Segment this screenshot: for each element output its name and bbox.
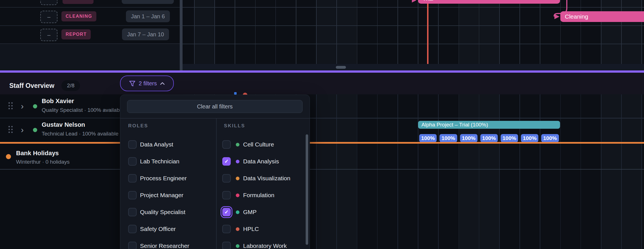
- grid-line: [397, 0, 398, 64]
- row-divider: [183, 7, 644, 8]
- skill-filter-cell-culture[interactable]: Cell Culture: [222, 136, 304, 153]
- skill-filter-gmp[interactable]: ✓GMP: [222, 204, 304, 221]
- drag-handle-icon[interactable]: [8, 126, 13, 134]
- checkbox[interactable]: [128, 140, 137, 149]
- staff-name: Bob Xavier: [42, 97, 74, 105]
- staff-name: Gustav Nelson: [42, 121, 85, 128]
- skill-color-dot: [236, 143, 239, 146]
- checkbox[interactable]: [222, 191, 231, 199]
- weekend-shade: [601, 0, 621, 64]
- filter-item-label: Cell Culture: [243, 141, 274, 148]
- grid-line: [601, 0, 601, 64]
- role-filter-lab-technician[interactable]: Lab Technician: [128, 153, 213, 170]
- gantt-timeline-grid: Trial Cleaning: [183, 0, 644, 64]
- grid-line: [641, 0, 642, 64]
- checkbox[interactable]: ✓: [222, 157, 231, 166]
- gantt-bar-trial[interactable]: Trial: [418, 0, 560, 4]
- task-row-partial[interactable]: – Dec 26 – Dec 31: [0, 0, 180, 7]
- skill-filter-data-visualization[interactable]: Data Visualization: [222, 170, 304, 187]
- skill-color-dot: [236, 244, 239, 248]
- filter-item-label: HPLC: [243, 226, 259, 232]
- skill-filter-formulation[interactable]: Formulation: [222, 187, 304, 204]
- vertical-scrollbar-thumb[interactable]: [306, 134, 308, 245]
- filter-item-label: Data Analyst: [140, 141, 173, 148]
- skill-color-dot: [236, 160, 239, 163]
- allocation-chip[interactable]: 100%: [439, 134, 457, 142]
- holiday-row-name: Bank Holidays: [16, 150, 59, 157]
- task-dates-chip[interactable]: Jan 1 – Jan 6: [126, 10, 170, 22]
- gantt-bar-cleaning[interactable]: Cleaning: [560, 11, 644, 22]
- checkbox[interactable]: ✓: [222, 208, 231, 216]
- roles-column-header: ROLES: [128, 123, 148, 129]
- row-divider: [183, 25, 644, 26]
- timeline-marker-blue: [234, 92, 237, 95]
- task-tag: REPORT: [61, 29, 91, 39]
- filters-button-label: 2 filters: [139, 80, 157, 87]
- checkbox[interactable]: [128, 242, 137, 249]
- role-filter-safety-officer[interactable]: Safety Officer: [128, 221, 213, 237]
- gantt-bar-trial-label: Trial: [423, 0, 433, 2]
- staff-subtitle: Quality Specialist · 100% available: [42, 107, 124, 113]
- filters-button[interactable]: 2 filters: [120, 75, 174, 91]
- allocation-chip[interactable]: 100%: [460, 134, 478, 142]
- drag-handle-icon[interactable]: [8, 102, 13, 110]
- weekend-shade: [479, 0, 499, 64]
- task-checkbox[interactable]: –: [40, 0, 57, 5]
- role-filter-process-engineer[interactable]: Process Engineer: [128, 170, 213, 187]
- assignment-bar-alpha-trial[interactable]: Alpha Project – Trial (100%): [418, 121, 560, 129]
- filter-item-label: Safety Officer: [140, 226, 176, 232]
- grid-line: [459, 0, 459, 64]
- grid-line: [377, 0, 378, 64]
- skill-color-dot: [236, 227, 239, 231]
- skill-filter-laboratory-work[interactable]: Laboratory Work: [222, 237, 304, 249]
- task-panel-footer: [0, 44, 180, 70]
- role-filter-senior-researcher[interactable]: Senior Researcher: [128, 237, 213, 249]
- checkbox[interactable]: [222, 242, 231, 249]
- checkbox[interactable]: [128, 191, 137, 199]
- checkbox[interactable]: [222, 174, 231, 183]
- filter-item-label: Laboratory Work: [243, 243, 287, 249]
- section-divider-bar[interactable]: [0, 70, 644, 73]
- role-filter-quality-specialist[interactable]: Quality Specialist: [128, 204, 213, 221]
- filter-item-label: Data Analysis: [243, 158, 279, 165]
- skill-filter-data-analysis[interactable]: ✓Data Analysis: [222, 153, 304, 170]
- role-filter-data-analyst[interactable]: Data Analyst: [128, 136, 213, 153]
- skill-filter-hplc[interactable]: HPLC: [222, 221, 304, 237]
- task-dates-chip[interactable]: Dec 26 – Dec 31: [122, 0, 174, 4]
- allocation-chip[interactable]: 100%: [501, 134, 518, 142]
- skill-color-dot: [236, 194, 239, 197]
- allocation-chip[interactable]: 100%: [419, 134, 437, 142]
- assignment-bar-label: Alpha Project – Trial (100%): [421, 122, 488, 128]
- skills-list: Cell Culture✓Data AnalysisData Visualiza…: [222, 136, 304, 249]
- grid-line: [336, 0, 337, 64]
- chevron-right-icon[interactable]: ›: [21, 126, 24, 134]
- grid-line: [214, 0, 215, 64]
- filter-item-label: Process Engineer: [140, 175, 187, 182]
- horizontal-scrollbar-thumb[interactable]: [336, 66, 346, 69]
- allocation-chip[interactable]: 100%: [541, 134, 559, 142]
- clear-all-filters-button[interactable]: Clear all filters: [127, 100, 303, 113]
- checkbox[interactable]: [128, 174, 137, 183]
- status-dot: [33, 128, 37, 132]
- chevron-right-icon[interactable]: ›: [21, 102, 24, 110]
- grid-line: [316, 0, 317, 64]
- allocation-chip[interactable]: 100%: [480, 134, 498, 142]
- weekend-shade: [459, 0, 479, 64]
- task-row-cleaning[interactable]: – CLEANING Jan 1 – Jan 6: [0, 7, 180, 26]
- checkbox[interactable]: [128, 157, 137, 166]
- filter-item-label: Data Visualization: [243, 175, 290, 182]
- holiday-row-subtitle: Winterthur · 0 holidays: [16, 159, 70, 165]
- allocation-chip[interactable]: 100%: [521, 134, 538, 142]
- task-checkbox[interactable]: –: [40, 11, 57, 23]
- checkbox[interactable]: [128, 225, 137, 233]
- grid-line: [418, 0, 418, 64]
- task-checkbox[interactable]: –: [40, 29, 57, 41]
- task-dates-chip[interactable]: Jan 7 – Jan 10: [122, 28, 169, 40]
- role-filter-project-manager[interactable]: Project Manager: [128, 187, 213, 204]
- checkbox[interactable]: [222, 140, 231, 149]
- section-title: Staff Overview: [9, 82, 54, 90]
- checkbox[interactable]: [128, 208, 137, 216]
- checkbox[interactable]: [222, 225, 231, 233]
- gantt-bar-cleaning-label: Cleaning: [565, 13, 588, 20]
- task-row-report[interactable]: – REPORT Jan 7 – Jan 10: [0, 26, 180, 44]
